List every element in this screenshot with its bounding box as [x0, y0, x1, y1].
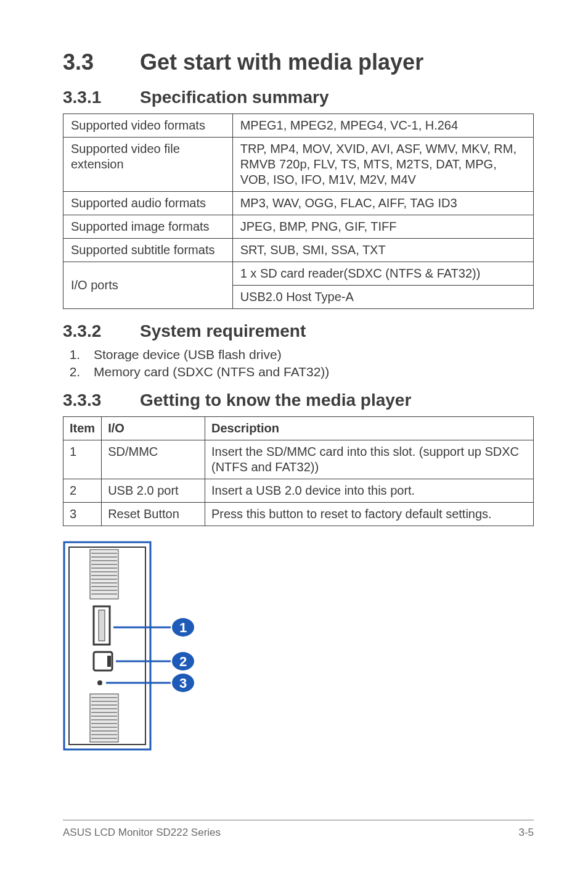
page-footer: ASUS LCD Monitor SD222 Series 3-5	[63, 820, 534, 839]
spec-label: Supported image formats	[63, 215, 233, 239]
spec-value: MP3, WAV, OGG, FLAC, AIFF, TAG ID3	[232, 192, 533, 215]
diagram-svg: 1 2 3	[63, 541, 223, 751]
table-row: Supported video file extension TRP, MP4,…	[63, 138, 534, 192]
io-name: Reset Button	[102, 503, 205, 526]
footer-right: 3-5	[518, 827, 534, 839]
callout-1-label: 1	[179, 620, 187, 635]
table-row: 3 Reset Button Press this button to rese…	[63, 503, 534, 526]
io-name: SD/MMC	[102, 440, 205, 479]
spec-label: I/O ports	[63, 262, 233, 309]
spec-table: Supported video formats MPEG1, MPEG2, MP…	[63, 113, 534, 309]
sub-heading-2: 3.3.2System requirement	[63, 321, 534, 341]
io-desc: Insert a USB 2.0 device into this port.	[205, 479, 533, 503]
callout-3-label: 3	[179, 675, 187, 691]
spec-label: Supported subtitle formats	[63, 239, 233, 262]
sub1-number: 3.3.1	[63, 88, 140, 107]
sub3-number: 3.3.3	[63, 390, 140, 410]
footer-left: ASUS LCD Monitor SD222 Series	[63, 827, 221, 839]
sub-heading-1: 3.3.1Specification summary	[63, 88, 534, 107]
table-row: 2 USB 2.0 port Insert a USB 2.0 device i…	[63, 479, 534, 503]
spec-label: Supported video formats	[63, 114, 233, 138]
list-item: Memory card (SDXC (NTFS and FAT32))	[84, 365, 534, 379]
section-title: Get start with media player	[140, 49, 423, 75]
spec-value: JPEG, BMP, PNG, GIF, TIFF	[232, 215, 533, 239]
table-row: Supported video formats MPEG1, MPEG2, MP…	[63, 114, 534, 138]
table-header-row: Item I/O Description	[63, 417, 534, 440]
table-row: I/O ports 1 x SD card reader(SDXC (NTFS …	[63, 262, 534, 286]
callout-2-icon: 2	[172, 652, 194, 670]
callout-1-icon: 1	[172, 618, 194, 637]
table-row: Supported image formats JPEG, BMP, PNG, …	[63, 215, 534, 239]
sub-heading-3: 3.3.3Getting to know the media player	[63, 390, 534, 410]
requirement-list: Storage device (USB flash drive) Memory …	[63, 347, 534, 379]
section-heading: 3.3Get start with media player	[63, 49, 534, 75]
io-item: 1	[63, 440, 102, 479]
io-item: 3	[63, 503, 102, 526]
sub3-title: Getting to know the media player	[140, 390, 411, 410]
svg-rect-16	[99, 610, 105, 641]
callout-3-icon: 3	[172, 674, 194, 692]
spec-label: Supported video file extension	[63, 138, 233, 192]
io-item: 2	[63, 479, 102, 503]
spec-label: Supported audio formats	[63, 192, 233, 215]
spec-value: TRP, MP4, MOV, XVID, AVI, ASF, WMV, MKV,…	[232, 138, 533, 192]
io-header-item: Item	[63, 417, 102, 440]
sub1-title: Specification summary	[140, 88, 329, 107]
spec-value: 1 x SD card reader(SDXC (NTFS & FAT32))	[232, 262, 533, 286]
io-desc: Press this button to reset to factory de…	[205, 503, 533, 526]
table-row: Supported subtitle formats SRT, SUB, SMI…	[63, 239, 534, 262]
table-row: Supported audio formats MP3, WAV, OGG, F…	[63, 192, 534, 215]
section-number: 3.3	[63, 49, 140, 75]
table-row: 1 SD/MMC Insert the SD/MMC card into thi…	[63, 440, 534, 479]
list-item: Storage device (USB flash drive)	[84, 347, 534, 362]
svg-rect-18	[107, 656, 111, 667]
spec-value: USB2.0 Host Type-A	[232, 286, 533, 309]
svg-point-19	[97, 680, 102, 685]
sub2-title: System requirement	[140, 321, 306, 340]
callout-2-label: 2	[179, 654, 187, 669]
io-header-desc: Description	[205, 417, 533, 440]
port-diagram: 1 2 3	[63, 541, 534, 753]
io-table: Item I/O Description 1 SD/MMC Insert the…	[63, 416, 534, 526]
spec-value: SRT, SUB, SMI, SSA, TXT	[232, 239, 533, 262]
io-name: USB 2.0 port	[102, 479, 205, 503]
io-desc: Insert the SD/MMC card into this slot. (…	[205, 440, 533, 479]
sub2-number: 3.3.2	[63, 321, 140, 341]
spec-value: MPEG1, MPEG2, MPEG4, VC-1, H.264	[232, 114, 533, 138]
io-header-io: I/O	[102, 417, 205, 440]
